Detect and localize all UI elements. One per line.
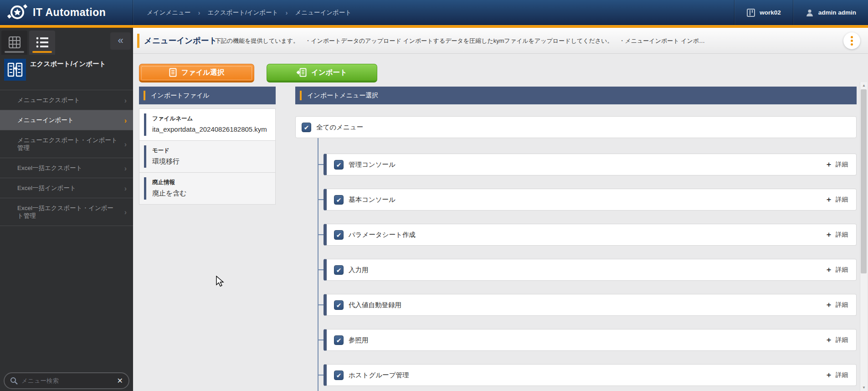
search-input[interactable] bbox=[21, 377, 113, 384]
checkbox[interactable]: ✔ bbox=[334, 370, 344, 380]
breadcrumb-main-menu[interactable]: メインメニュー bbox=[147, 9, 190, 17]
tree-row-all-menus: ✔ 全てのメニュー bbox=[295, 116, 857, 138]
tree-row-label: 管理コンソール bbox=[349, 160, 395, 169]
file-name-value: ita_exportdata_20240826182805.kym bbox=[152, 124, 267, 134]
detail-button[interactable]: ＋詳細 bbox=[825, 370, 848, 380]
tree-stub bbox=[318, 234, 324, 235]
import-file-panel-header: インポートファイル bbox=[139, 87, 276, 104]
sidebar-item-excel-import[interactable]: Excel一括インポート › bbox=[0, 178, 133, 198]
section-accent-bar bbox=[144, 177, 146, 200]
panel-accent-bar bbox=[144, 91, 145, 100]
menu-select-panel-header: インポートメニュー選択 bbox=[295, 87, 857, 104]
checkbox[interactable]: ✔ bbox=[334, 160, 344, 170]
check-icon: ✔ bbox=[336, 337, 342, 344]
import-file-card: ファイルネーム ita_exportdata_20240826182805.ky… bbox=[139, 108, 276, 205]
tree-row-label: 入力用 bbox=[349, 266, 369, 274]
check-icon: ✔ bbox=[336, 302, 342, 309]
file-name-section: ファイルネーム ita_exportdata_20240826182805.ky… bbox=[139, 109, 275, 140]
sidebar-item-label: Excel一括インポート bbox=[17, 185, 76, 191]
plus-icon: ＋ bbox=[825, 335, 832, 345]
sidebar-section-header: エクスポート/インポート bbox=[0, 57, 133, 90]
tree-stub bbox=[318, 269, 324, 270]
chevron-right-icon: › bbox=[124, 164, 127, 172]
import-label: インポート bbox=[311, 68, 347, 77]
checkbox[interactable]: ✔ bbox=[334, 335, 344, 345]
sidebar-item-menu-import[interactable]: メニューインポート › bbox=[0, 110, 133, 130]
tree-row-label: 代入値自動登録用 bbox=[349, 301, 401, 309]
plus-icon: ＋ bbox=[825, 160, 832, 170]
file-icon bbox=[169, 68, 177, 77]
breadcrumb: メインメニュー › エクスポート/インポート › メニューインポート bbox=[147, 0, 351, 25]
tree-stub bbox=[318, 304, 324, 305]
detail-button[interactable]: ＋詳細 bbox=[825, 230, 848, 240]
check-icon: ✔ bbox=[336, 161, 342, 169]
header-accent-strip bbox=[0, 25, 868, 28]
tree-stub bbox=[318, 199, 324, 200]
detail-button[interactable]: ＋詳細 bbox=[825, 300, 848, 310]
grid-icon bbox=[8, 36, 21, 49]
vertical-scrollbar[interactable]: ▲ ▼ bbox=[860, 82, 867, 391]
tree-row-hostgroup-management: ✔ ホストグループ管理 ＋詳細 bbox=[324, 364, 857, 386]
scroll-up-icon[interactable]: ▲ bbox=[860, 82, 868, 89]
tree-stub bbox=[318, 375, 324, 376]
sidebar-item-label: Excel一括エクスポート・インポート管理 bbox=[17, 205, 113, 219]
discard-info-value: 廃止を含む bbox=[152, 188, 267, 198]
scrollbar-thumb[interactable] bbox=[861, 89, 867, 273]
tree-row-label: 参照用 bbox=[349, 336, 369, 345]
chevron-right-icon: › bbox=[124, 96, 127, 104]
discard-info-section: 廃止情報 廃止を含む bbox=[139, 172, 275, 204]
sidebar-item-menu-export[interactable]: メニューエクスポート › bbox=[0, 90, 133, 110]
chevron-right-icon: › bbox=[124, 184, 127, 192]
workspace-name: work02 bbox=[760, 9, 781, 16]
breadcrumb-menu-import: メニューインポート bbox=[295, 9, 352, 17]
tree-stub bbox=[318, 340, 324, 340]
detail-button[interactable]: ＋詳細 bbox=[825, 195, 848, 205]
tab-dashboard[interactable] bbox=[1, 31, 27, 55]
detail-label: 詳細 bbox=[836, 336, 848, 344]
file-select-label: ファイル選択 bbox=[181, 68, 224, 77]
sidebar-item-excel-export-import-management[interactable]: Excel一括エクスポート・インポート管理 › bbox=[0, 198, 133, 226]
checkbox[interactable]: ✔ bbox=[334, 300, 344, 310]
check-icon: ✔ bbox=[336, 232, 342, 239]
detail-label: 詳細 bbox=[836, 196, 848, 204]
page-menu-button[interactable] bbox=[843, 32, 860, 49]
detail-button[interactable]: ＋詳細 bbox=[825, 335, 848, 345]
tab-underline bbox=[5, 51, 24, 53]
user-menu[interactable]: admin admin bbox=[793, 0, 868, 25]
sidebar: « エクスポート/インポート メニューエクスポート › メニューインポート bbox=[0, 28, 133, 391]
mode-section: モード 環境移行 bbox=[139, 140, 275, 172]
import-icon bbox=[297, 68, 307, 77]
detail-button[interactable]: ＋詳細 bbox=[825, 160, 848, 170]
detail-button[interactable]: ＋詳細 bbox=[825, 265, 848, 275]
detail-label: 詳細 bbox=[836, 266, 848, 274]
app-logo[interactable]: IT Automation bbox=[7, 3, 106, 21]
workspace-selector[interactable]: work02 bbox=[734, 0, 793, 25]
tree-row-reference: ✔ 参照用 ＋詳細 bbox=[324, 329, 857, 351]
check-icon: ✔ bbox=[336, 196, 342, 204]
checkbox[interactable]: ✔ bbox=[334, 230, 344, 240]
sidebar-collapse-button[interactable]: « bbox=[110, 32, 131, 50]
sidebar-item-excel-export[interactable]: Excel一括エクスポート › bbox=[0, 158, 133, 178]
user-name: admin admin bbox=[818, 9, 856, 16]
file-select-button[interactable]: ファイル選択 bbox=[139, 64, 254, 82]
sidebar-item-label: メニューインポート bbox=[17, 117, 74, 123]
plus-icon: ＋ bbox=[825, 230, 832, 240]
checkbox-all-menus[interactable]: ✔ bbox=[302, 123, 311, 132]
check-icon: ✔ bbox=[336, 267, 342, 274]
scroll-down-icon[interactable]: ▼ bbox=[860, 384, 868, 391]
import-button[interactable]: インポート bbox=[267, 64, 377, 82]
tab-menu-list[interactable] bbox=[29, 31, 55, 55]
section-accent-bar bbox=[144, 145, 146, 168]
page-title: メニューインポート bbox=[144, 28, 217, 54]
search-icon bbox=[10, 377, 18, 385]
sidebar-item-menu-export-import-management[interactable]: メニューエクスポート・インポート管理 › bbox=[0, 130, 133, 158]
section-accent-bar bbox=[144, 113, 146, 136]
checkbox[interactable]: ✔ bbox=[334, 195, 344, 205]
sidebar-item-label: メニューエクスポート bbox=[17, 97, 80, 103]
breadcrumb-export-import[interactable]: エクスポート/インポート bbox=[207, 9, 278, 17]
detail-label: 詳細 bbox=[836, 231, 848, 239]
close-icon[interactable]: ✕ bbox=[117, 376, 123, 385]
checkbox[interactable]: ✔ bbox=[334, 265, 344, 275]
tree-row-label: 全てのメニュー bbox=[316, 123, 363, 132]
chevron-right-icon: › bbox=[124, 140, 127, 148]
